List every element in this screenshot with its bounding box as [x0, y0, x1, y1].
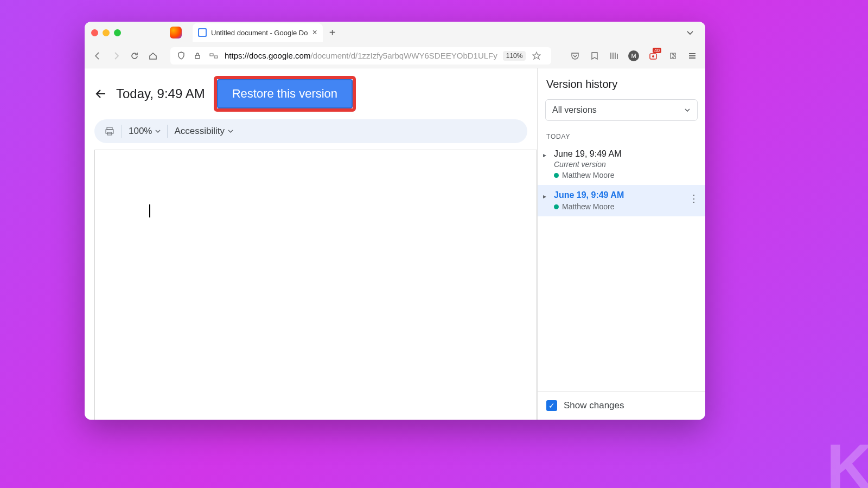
restore-highlight: Restore this version — [214, 76, 356, 112]
version-item-current[interactable]: ▸ June 19, 9:49 AM Current version Matth… — [538, 144, 705, 185]
version-header: Today, 9:49 AM Restore this version — [85, 68, 537, 119]
browser-window: Untitled document - Google Do × + https:… — [85, 22, 705, 420]
address-input[interactable]: https://docs.google.com/document/d/1zzIz… — [170, 47, 551, 65]
document-page[interactable] — [94, 150, 537, 420]
expand-icon[interactable]: ▸ — [543, 151, 546, 159]
extensions-puzzle-icon[interactable] — [667, 50, 678, 61]
reload-icon[interactable] — [129, 50, 140, 61]
permissions-icon[interactable] — [208, 50, 219, 61]
minimize-window-icon[interactable] — [103, 29, 110, 36]
library-icon[interactable] — [609, 50, 620, 61]
sidebar-footer: ✓ Show changes — [538, 391, 705, 420]
version-subtitle: Current version — [554, 160, 697, 169]
url-text: https://docs.google.com/document/d/1zzIz… — [225, 51, 497, 60]
docs-favicon-icon — [198, 28, 207, 37]
shield-icon[interactable] — [176, 50, 187, 61]
back-arrow-icon[interactable] — [94, 87, 107, 100]
chevron-down-icon — [684, 107, 691, 113]
show-changes-checkbox[interactable]: ✓ — [546, 400, 557, 411]
accessibility-menu[interactable]: Accessibility — [174, 126, 233, 137]
firefox-icon[interactable] — [170, 27, 182, 38]
tab-title: Untitled document - Google Do — [211, 29, 308, 37]
tabs-overflow-icon[interactable] — [686, 28, 694, 37]
author-dot-icon — [554, 173, 559, 178]
maximize-window-icon[interactable] — [114, 29, 121, 36]
svg-rect-0 — [195, 55, 200, 59]
star-icon[interactable] — [531, 50, 542, 61]
author-dot-icon — [554, 204, 559, 209]
close-window-icon[interactable] — [91, 29, 98, 36]
section-label: TODAY — [538, 124, 705, 144]
svg-point-4 — [652, 55, 654, 57]
zoom-dropdown[interactable]: 100% — [129, 126, 161, 137]
watermark: K — [826, 429, 868, 488]
version-history-sidebar: Version history All versions TODAY ▸ Jun… — [537, 68, 705, 420]
hamburger-menu-icon[interactable] — [687, 50, 698, 61]
back-icon[interactable] — [92, 50, 103, 61]
app-content: Today, 9:49 AM Restore this version 100%… — [85, 68, 705, 420]
new-tab-button[interactable]: + — [329, 27, 336, 39]
text-cursor — [149, 204, 150, 217]
svg-rect-2 — [214, 56, 218, 58]
docs-toolbar: 100% Accessibility — [94, 119, 527, 143]
save-pocket-icon[interactable] — [570, 50, 580, 61]
forward-icon[interactable] — [111, 50, 122, 61]
version-time: June 19, 9:49 AM — [554, 149, 697, 159]
browser-tab[interactable]: Untitled document - Google Do × — [193, 23, 323, 42]
toolbar-right: M 40 — [570, 50, 698, 61]
url-bar: https://docs.google.com/document/d/1zzIz… — [85, 43, 705, 68]
svg-rect-5 — [107, 127, 112, 130]
toolbar-separator — [167, 125, 168, 138]
version-author: Matthew Moore — [554, 171, 697, 179]
version-time: June 19, 9:49 AM — [554, 190, 697, 200]
expand-icon[interactable]: ▸ — [543, 192, 546, 200]
tab-close-icon[interactable]: × — [312, 28, 317, 37]
filter-label: All versions — [552, 105, 597, 115]
main-pane: Today, 9:49 AM Restore this version 100%… — [85, 68, 537, 420]
version-timestamp: Today, 9:49 AM — [116, 86, 205, 101]
downloads-icon[interactable] — [589, 50, 600, 61]
lock-icon[interactable] — [192, 50, 203, 61]
version-author: Matthew Moore — [554, 202, 697, 211]
toolbar-separator — [122, 125, 122, 138]
titlebar: Untitled document - Google Do × + — [85, 22, 705, 43]
version-item-selected[interactable]: ▸ June 19, 9:49 AM Matthew Moore ⋮ — [538, 185, 705, 216]
extension-icon[interactable]: 40 — [648, 50, 659, 61]
print-icon[interactable] — [104, 126, 115, 137]
zoom-level[interactable]: 110% — [503, 51, 526, 61]
svg-rect-6 — [106, 130, 113, 133]
home-icon[interactable] — [148, 50, 158, 61]
restore-version-button[interactable]: Restore this version — [217, 79, 353, 108]
version-filter-dropdown[interactable]: All versions — [545, 99, 698, 121]
sidebar-title: Version history — [538, 68, 705, 96]
show-changes-label: Show changes — [564, 400, 624, 411]
kebab-menu-icon[interactable]: ⋮ — [689, 192, 699, 204]
traffic-lights — [91, 29, 121, 36]
account-icon[interactable]: M — [628, 50, 639, 61]
svg-rect-1 — [210, 54, 213, 56]
